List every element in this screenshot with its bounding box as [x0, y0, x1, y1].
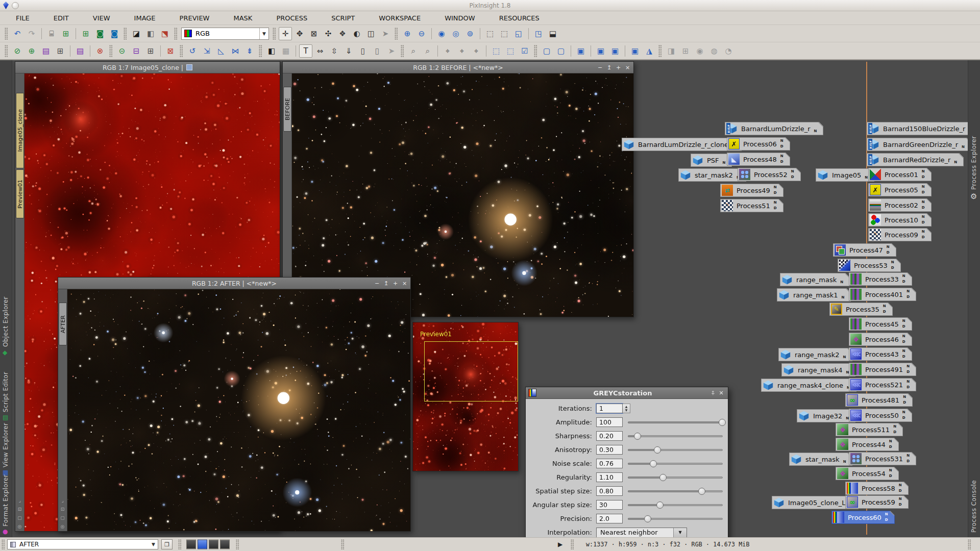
sidebar-tab-view-explorer[interactable]: View Explorer: [2, 420, 9, 467]
desktop-icon-range_mask1[interactable]: range_mask1N: [777, 288, 851, 302]
toolbar-grip[interactable]: [401, 45, 404, 57]
menu-script[interactable]: SCRIPT: [323, 12, 363, 24]
channel-square-1[interactable]: [198, 540, 207, 549]
desktop-icon-range_mask4_clone[interactable]: range_mask4_cloneN: [761, 379, 856, 392]
desktop-icon-barnardlumdrizzle_r[interactable]: XISFBarnardLumDrizzle_rN: [725, 122, 823, 135]
toolbar2-button-23[interactable]: ▦: [279, 44, 292, 58]
param-input[interactable]: 30: [596, 500, 623, 510]
param-slider[interactable]: [628, 515, 723, 522]
statusbar-grip[interactable]: [178, 539, 182, 549]
view-tab-preview01[interactable]: Preview01: [16, 169, 24, 218]
toolbar1-button-37[interactable]: ◳: [532, 27, 545, 40]
toolbar2-button-59[interactable]: ◔: [722, 44, 735, 58]
desktop-icon-process47[interactable]: Process47ND: [833, 243, 896, 257]
toolbar1-button-12[interactable]: ◧: [144, 27, 157, 40]
view-tab-image05_clone[interactable]: Image05_clone: [16, 93, 24, 168]
desktop-icon-process35[interactable]: ✎Process35ND: [829, 303, 893, 316]
toolbar2-button-47[interactable]: ▣: [574, 44, 587, 58]
menu-mask[interactable]: MASK: [225, 12, 261, 24]
desktop-icon-process09[interactable]: ◝Process09ND: [868, 228, 932, 241]
toolbar1-button-34[interactable]: ⬚: [498, 27, 511, 40]
desktop-icon-process58[interactable]: Process58ND: [845, 482, 909, 495]
view-tab-before[interactable]: BEFORE: [283, 87, 291, 132]
window-mini-icon[interactable]: ◎: [61, 524, 65, 529]
greycstoration-dialog[interactable]: GREYCstoration ⍏ ✕ Iterations:1▲▼Amplitu…: [525, 387, 728, 537]
desktop-icon-process52[interactable]: Process52ND: [738, 168, 801, 181]
param-slider[interactable]: [628, 488, 723, 495]
desktop-icon-psf[interactable]: PSFN: [691, 154, 732, 167]
window-mini-icon[interactable]: ⌟: [18, 498, 20, 503]
toolbar-grip[interactable]: [658, 45, 662, 57]
param-input[interactable]: 1: [596, 404, 623, 413]
toolbar2-button-58[interactable]: ◍: [707, 44, 721, 58]
toolbar1-button-8[interactable]: ◙: [93, 27, 107, 40]
toolbar2-button-25[interactable]: T: [299, 44, 312, 58]
zoom-icon[interactable]: +: [391, 279, 400, 288]
desktop-icon-barnard150bluedrizzle_r[interactable]: XISFBarnard150BlueDrizzle_rN: [867, 122, 978, 135]
dialog-close-icon[interactable]: ✕: [717, 390, 725, 396]
desktop-icon-process401[interactable]: Process401ND: [849, 288, 916, 301]
toolbar-grip[interactable]: [5, 28, 8, 40]
window-mini-icon[interactable]: ⌟: [61, 498, 63, 503]
sidebar-tab-process-explorer[interactable]: Process Explorer: [970, 127, 977, 190]
toolbar2-button-55[interactable]: ◨: [665, 44, 678, 58]
toolbar2-button-28[interactable]: ⇓: [342, 44, 355, 58]
sidebar-tab-process-console[interactable]: Process Console: [970, 468, 977, 533]
toolbar2-button-14[interactable]: ⊠: [164, 44, 177, 58]
toolbar1-button-7[interactable]: ⊞: [79, 27, 92, 40]
menu-workspace[interactable]: WORKSPACE: [370, 12, 429, 24]
toolbar2-button-6[interactable]: ▤: [74, 44, 87, 58]
desktop-icon-process50[interactable]: ⋘Process50ND: [849, 409, 912, 422]
toolbar2-button-42[interactable]: ☑: [518, 44, 531, 58]
param-input[interactable]: 0.76: [596, 459, 623, 468]
toolbar2-button-56[interactable]: ⊞: [679, 44, 692, 58]
desktop-icon-range_mask4[interactable]: range_mask4N: [781, 363, 855, 377]
desktop-icon-process10[interactable]: Process10ND: [868, 213, 932, 227]
toolbar1-button-11[interactable]: ◪: [130, 27, 143, 40]
desktop-icon-process48[interactable]: ◣Process48ND: [727, 153, 790, 166]
desktop-icon-process06[interactable]: ✗Process06ND: [727, 137, 790, 151]
toolbar2-button-34[interactable]: ⌕: [421, 44, 434, 58]
toolbar1-button-23[interactable]: ◫: [364, 27, 378, 40]
toolbar2-button-17[interactable]: ⇲: [200, 44, 213, 58]
toolbar1-button-26[interactable]: ⊕: [401, 27, 414, 40]
toolbar1-button-27[interactable]: ⊖: [415, 27, 428, 40]
toolbar2-button-16[interactable]: ↺: [186, 44, 199, 58]
menu-view[interactable]: VIEW: [84, 12, 119, 24]
desktop-icon-process54[interactable]: ❖Process54ND: [836, 467, 899, 480]
spinner-buttons[interactable]: ▲▼: [623, 404, 630, 413]
toolbar2-button-11[interactable]: ⊟: [130, 44, 143, 58]
toolbar2-button-10[interactable]: ⊝: [115, 44, 129, 58]
toolbar2-button-37[interactable]: ⌖: [455, 44, 469, 58]
toolbar1-button-35[interactable]: ◱: [512, 27, 525, 40]
window-after-image[interactable]: [67, 289, 410, 531]
slider-thumb[interactable]: [719, 419, 726, 426]
window-after[interactable]: RGB 1:2 AFTER | <*new*> −↥+× AFTER⌟⊡▢◎: [58, 277, 411, 532]
toolbar2-button-31[interactable]: ➤: [385, 44, 398, 58]
slider-thumb[interactable]: [644, 515, 651, 522]
param-input[interactable]: 0.80: [596, 486, 623, 496]
slider-thumb[interactable]: [634, 433, 641, 440]
toolbar2-button-1[interactable]: ⊘: [11, 44, 24, 58]
sidebar-tab-object-explorer[interactable]: Object Explorer: [2, 295, 9, 347]
desktop-icon-barnardreddrizzle_r[interactable]: XISFBarnardRedDrizzle_rN: [867, 153, 964, 166]
toolbar2-button-4[interactable]: ⊞: [54, 44, 67, 58]
channel-square-0[interactable]: [186, 540, 196, 549]
desktop-icon-process05[interactable]: ✗Process05ND: [868, 183, 932, 196]
desktop-icon-process60[interactable]: Process60ND: [831, 511, 895, 524]
window-preview01-image[interactable]: Preview01: [413, 322, 518, 471]
menu-edit[interactable]: EDIT: [45, 12, 78, 24]
toolbar1-button-22[interactable]: ◐: [350, 27, 363, 40]
desktop-icon-process531[interactable]: Process531ND: [849, 452, 916, 465]
toolbar2-button-38[interactable]: ⌖: [470, 44, 483, 58]
interpolation-select[interactable]: Nearest neighbor▼: [596, 528, 687, 538]
statusbar-grip[interactable]: [968, 539, 971, 549]
desktop-icon-image32[interactable]: Image32N: [797, 409, 855, 422]
toolbar1-button-1[interactable]: ↶: [11, 27, 24, 40]
menu-window[interactable]: WINDOW: [436, 12, 484, 24]
toolbar-grip[interactable]: [259, 45, 262, 57]
param-input[interactable]: 100: [596, 417, 623, 427]
param-input[interactable]: 1.10: [596, 472, 623, 482]
toolbar2-button-22[interactable]: ◧: [265, 44, 278, 58]
toolbar-grip[interactable]: [5, 45, 8, 57]
